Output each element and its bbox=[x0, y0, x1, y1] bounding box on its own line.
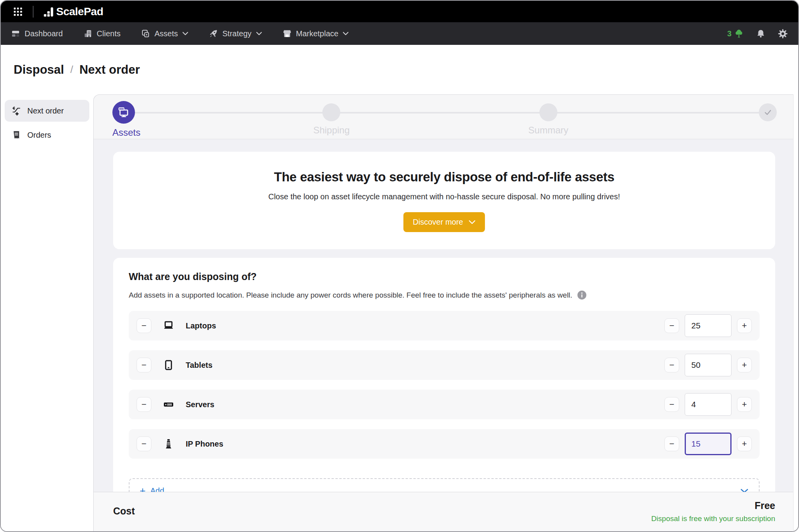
brand-logo[interactable]: ScalePad bbox=[43, 5, 103, 18]
hero-title: The easiest way to securely dispose of e… bbox=[137, 170, 752, 184]
asset-label: IP Phones bbox=[186, 440, 223, 449]
increment-button[interactable]: + bbox=[737, 397, 752, 412]
app-window: ScalePad Dashboard bbox=[0, 0, 799, 532]
nav-right-actions: 3 bbox=[727, 28, 788, 39]
remove-row-button[interactable]: − bbox=[137, 397, 151, 412]
step-assets-circle bbox=[112, 101, 135, 124]
step-complete bbox=[759, 101, 777, 121]
nav-item-marketplace[interactable]: Marketplace bbox=[282, 29, 349, 38]
checkmark-icon bbox=[759, 103, 777, 121]
asset-row-servers: − bbox=[129, 390, 760, 419]
nav-item-clients[interactable]: Clients bbox=[83, 29, 121, 38]
quantity-input-tablets[interactable] bbox=[685, 354, 732, 376]
hero-card: The easiest way to securely dispose of e… bbox=[113, 152, 775, 249]
nav-item-assets[interactable]: Assets bbox=[141, 29, 188, 38]
breadcrumb-separator: / bbox=[70, 64, 73, 76]
cost-note: Disposal is free with your subscription bbox=[651, 514, 775, 523]
topbar-divider bbox=[33, 6, 34, 18]
plus-icon: + bbox=[140, 486, 146, 492]
step-label: Shipping bbox=[313, 125, 350, 136]
scrollbar-track[interactable] bbox=[793, 94, 798, 531]
chevron-down-icon bbox=[343, 32, 349, 35]
chevron-down-icon bbox=[469, 220, 476, 224]
increment-button[interactable]: + bbox=[737, 436, 752, 451]
cost-label: Cost bbox=[113, 500, 135, 531]
remove-row-button[interactable]: − bbox=[137, 436, 151, 451]
app-grid-icon[interactable] bbox=[12, 6, 23, 17]
quantity-input-laptops[interactable] bbox=[685, 314, 732, 337]
add-label: Add... bbox=[150, 486, 170, 492]
server-icon bbox=[162, 398, 175, 411]
sidebar-item-label: Next order bbox=[27, 106, 64, 115]
discover-more-button[interactable]: Discover more bbox=[403, 212, 485, 232]
rocket-icon bbox=[209, 29, 218, 38]
clients-building-icon bbox=[83, 29, 92, 38]
quantity-input-servers[interactable] bbox=[685, 393, 732, 416]
notifications-bell-icon[interactable] bbox=[756, 28, 766, 39]
asset-label: Laptops bbox=[186, 321, 216, 330]
asset-row-ip-phones: − bbox=[129, 429, 760, 459]
increment-button[interactable]: + bbox=[737, 358, 752, 372]
asset-rows: − Laptops − + bbox=[129, 311, 760, 492]
brand-name: ScalePad bbox=[56, 5, 103, 18]
tree-icon bbox=[734, 28, 744, 39]
step-assets[interactable]: Assets bbox=[112, 101, 140, 138]
increment-button[interactable]: + bbox=[737, 318, 752, 333]
brand-bars-icon bbox=[43, 6, 55, 18]
step-label: Summary bbox=[528, 125, 568, 136]
decrement-button[interactable]: − bbox=[664, 436, 679, 451]
decrement-button[interactable]: − bbox=[664, 318, 679, 333]
nav-label: Strategy bbox=[222, 29, 251, 38]
nav-item-strategy[interactable]: Strategy bbox=[209, 29, 262, 38]
dispose-heading: What are you disposing of? bbox=[129, 271, 760, 282]
tree-count-badge[interactable]: 3 bbox=[727, 28, 744, 39]
chevron-down-icon[interactable] bbox=[740, 488, 749, 492]
nav-label: Dashboard bbox=[25, 29, 63, 38]
cost-footer: Cost Free Disposal is free with your sub… bbox=[94, 492, 793, 531]
sidebar: Next order Orders bbox=[1, 94, 93, 531]
step-summary: Summary bbox=[528, 101, 568, 136]
cost-value: Free bbox=[755, 500, 775, 511]
tablet-icon bbox=[162, 359, 175, 371]
breadcrumb-current: Next order bbox=[79, 63, 140, 77]
sidebar-item-label: Orders bbox=[27, 131, 51, 140]
dispose-description: Add assets in a supported location. Plea… bbox=[129, 291, 572, 300]
step-label: Assets bbox=[112, 127, 140, 138]
ip-phone-icon bbox=[162, 438, 175, 450]
step-shipping-circle bbox=[323, 103, 341, 121]
monitor-devices-icon bbox=[117, 106, 130, 119]
step-shipping: Shipping bbox=[313, 101, 350, 136]
breadcrumb-section[interactable]: Disposal bbox=[14, 63, 64, 77]
stepper-track bbox=[124, 112, 768, 113]
cta-label: Discover more bbox=[413, 218, 463, 227]
sidebar-item-orders[interactable]: Orders bbox=[5, 124, 89, 146]
hero-subtitle: Close the loop on asset lifecycle manage… bbox=[137, 192, 752, 201]
step-summary-circle bbox=[539, 103, 557, 121]
asset-row-laptops: − Laptops − + bbox=[129, 311, 760, 340]
receipt-icon bbox=[11, 130, 21, 140]
remove-row-button[interactable]: − bbox=[137, 358, 151, 372]
dashboard-icon bbox=[11, 29, 20, 38]
add-asset-button[interactable]: + Add... bbox=[129, 478, 760, 492]
quantity-input-ip-phones[interactable] bbox=[685, 433, 732, 455]
top-bar: ScalePad bbox=[1, 1, 798, 22]
nav-label: Clients bbox=[97, 29, 121, 38]
asset-label: Servers bbox=[186, 400, 214, 409]
assets-duplicate-icon bbox=[141, 29, 150, 38]
decrement-button[interactable]: − bbox=[664, 358, 679, 372]
storefront-icon bbox=[282, 29, 292, 38]
settings-gear-icon[interactable] bbox=[778, 28, 788, 39]
main-panel: Assets Shipping Summary bbox=[93, 94, 793, 531]
dispose-card: What are you disposing of? Add assets in… bbox=[113, 258, 775, 492]
decrement-button[interactable]: − bbox=[664, 397, 679, 412]
chevron-down-icon bbox=[256, 32, 262, 35]
info-icon[interactable] bbox=[577, 290, 587, 300]
asset-label: Tablets bbox=[186, 361, 213, 370]
nav-item-dashboard[interactable]: Dashboard bbox=[11, 29, 63, 38]
sidebar-item-next-order[interactable]: Next order bbox=[5, 100, 89, 122]
nav-label: Assets bbox=[154, 29, 178, 38]
tree-count: 3 bbox=[727, 29, 732, 38]
remove-row-button[interactable]: − bbox=[137, 318, 151, 333]
laptop-icon bbox=[162, 319, 175, 332]
order-content: The easiest way to securely dispose of e… bbox=[94, 139, 793, 492]
